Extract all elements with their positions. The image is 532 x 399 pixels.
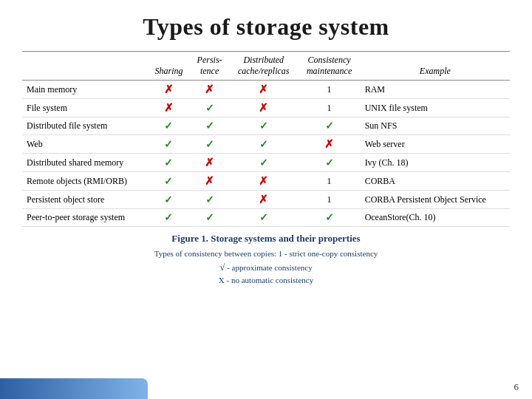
cell-example: RAM bbox=[361, 81, 510, 99]
cell-sharing: ✓ bbox=[148, 209, 190, 227]
row-label: Distributed shared memory bbox=[22, 154, 148, 172]
cell-example: Web server bbox=[361, 135, 510, 154]
row-label: Web bbox=[22, 135, 148, 154]
cell-example: Sun NFS bbox=[361, 117, 510, 135]
cell-persistence: ✓ bbox=[190, 135, 229, 154]
consistency-value: 1 bbox=[327, 194, 332, 205]
cell-example: UNIX file system bbox=[361, 99, 510, 117]
cell-distributed: ✓ bbox=[229, 135, 299, 154]
cell-example: OceanStore(Ch. 10) bbox=[361, 209, 510, 227]
consistency-value: 1 bbox=[327, 84, 332, 95]
cell-distributed: ✗ bbox=[229, 191, 299, 209]
cell-persistence: ✗ bbox=[190, 81, 229, 99]
cell-consistency: ✗ bbox=[299, 135, 361, 154]
table-row: Distributed shared memory✓✗✓✓Ivy (Ch. 18… bbox=[22, 154, 510, 172]
cell-sharing: ✓ bbox=[148, 117, 190, 135]
footnote: Types of consistency between copies: 1 -… bbox=[0, 248, 532, 287]
check-icon: ✓ bbox=[259, 139, 268, 150]
check-icon: ✓ bbox=[205, 103, 214, 114]
cell-distributed: ✗ bbox=[229, 99, 299, 117]
page-number: 6 bbox=[514, 381, 519, 393]
cross-icon: ✗ bbox=[164, 83, 174, 95]
cell-persistence: ✓ bbox=[190, 99, 229, 117]
cell-distributed: ✗ bbox=[229, 81, 299, 99]
cell-persistence: ✗ bbox=[190, 154, 229, 172]
col-header-distributed: Distributedcache/replicas bbox=[229, 52, 299, 81]
cell-sharing: ✓ bbox=[148, 154, 190, 172]
cross-icon: ✗ bbox=[164, 102, 174, 114]
cell-distributed: ✓ bbox=[229, 209, 299, 227]
table-row: Distributed file system✓✓✓✓Sun NFS bbox=[22, 117, 510, 135]
cell-example: Ivy (Ch. 18) bbox=[361, 154, 510, 172]
cell-distributed: ✗ bbox=[229, 172, 299, 191]
check-icon: ✓ bbox=[164, 139, 173, 150]
cell-sharing: ✗ bbox=[148, 81, 190, 99]
table-row: Peer-to-peer storage system✓✓✓✓OceanStor… bbox=[22, 209, 510, 227]
check-icon: ✓ bbox=[325, 120, 334, 132]
cell-example: CORBA bbox=[361, 172, 510, 191]
table-row: Persistent object store✓✓✗1CORBA Persist… bbox=[22, 191, 510, 209]
check-icon: ✓ bbox=[205, 194, 214, 205]
bottom-bar bbox=[0, 378, 148, 399]
table-row: Remote objects (RMI/ORB)✓✗✗1CORBA bbox=[22, 172, 510, 191]
cell-sharing: ✓ bbox=[148, 191, 190, 209]
row-label: Main memory bbox=[22, 81, 148, 99]
row-label: Distributed file system bbox=[22, 117, 148, 135]
check-icon: ✓ bbox=[325, 212, 334, 223]
col-header-label bbox=[22, 52, 148, 81]
cell-distributed: ✓ bbox=[229, 154, 299, 172]
cell-consistency: 1 bbox=[299, 99, 361, 117]
cross-icon: ✗ bbox=[205, 175, 214, 187]
table-container: Sharing Persis-tence Distributedcache/re… bbox=[0, 51, 532, 227]
cell-sharing: ✗ bbox=[148, 99, 190, 117]
page-title: Types of storage system bbox=[0, 0, 532, 48]
consistency-value: 1 bbox=[327, 176, 332, 186]
cross-icon: ✗ bbox=[259, 175, 268, 187]
cross-icon: ✗ bbox=[205, 83, 214, 95]
cell-persistence: ✗ bbox=[190, 172, 229, 191]
check-icon: ✓ bbox=[164, 157, 173, 168]
check-icon: ✓ bbox=[259, 157, 268, 168]
cell-consistency: 1 bbox=[299, 191, 361, 209]
col-header-consistency: Consistencymaintenance bbox=[299, 52, 361, 81]
cell-consistency: ✓ bbox=[299, 154, 361, 172]
cross-icon: ✗ bbox=[205, 157, 214, 168]
cell-persistence: ✓ bbox=[190, 209, 229, 227]
check-icon: ✓ bbox=[164, 194, 173, 205]
cross-icon: ✗ bbox=[259, 102, 268, 114]
cell-sharing: ✓ bbox=[148, 135, 190, 154]
col-header-persistence: Persis-tence bbox=[190, 52, 229, 81]
check-icon: ✓ bbox=[205, 212, 214, 223]
cell-consistency: 1 bbox=[299, 81, 361, 99]
figure-caption: Figure 1. Storage systems and their prop… bbox=[0, 233, 532, 245]
check-icon: ✓ bbox=[164, 176, 173, 187]
check-icon: ✓ bbox=[325, 157, 334, 168]
table-row: Web✓✓✓✗Web server bbox=[22, 135, 510, 154]
cross-icon: ✗ bbox=[324, 138, 334, 150]
cell-consistency: ✓ bbox=[299, 209, 361, 227]
cell-persistence: ✓ bbox=[190, 117, 229, 135]
row-label: Remote objects (RMI/ORB) bbox=[22, 172, 148, 191]
row-label: Peer-to-peer storage system bbox=[22, 209, 148, 227]
col-header-example: Example bbox=[361, 52, 510, 81]
footnote-line2: √ √ - approximate consistency - approxim… bbox=[219, 263, 312, 272]
check-icon: ✓ bbox=[205, 120, 214, 132]
footnote-line3: X - no automatic consistency bbox=[219, 276, 313, 284]
check-icon: ✓ bbox=[259, 120, 268, 132]
cell-persistence: ✓ bbox=[190, 191, 229, 209]
col-header-sharing: Sharing bbox=[148, 52, 190, 81]
check-icon: ✓ bbox=[164, 212, 173, 223]
consistency-value: 1 bbox=[327, 103, 332, 113]
table-row: Main memory✗✗✗1RAM bbox=[22, 81, 510, 99]
check-icon: ✓ bbox=[205, 139, 214, 150]
cross-icon: ✗ bbox=[259, 194, 268, 205]
cell-consistency: ✓ bbox=[299, 117, 361, 135]
table-row: File system✗✓✗1UNIX file system bbox=[22, 99, 510, 117]
cell-example: CORBA Persistent Object Service bbox=[361, 191, 510, 209]
check-icon: ✓ bbox=[164, 120, 173, 132]
footnote-line1: Types of consistency between copies: 1 -… bbox=[154, 249, 378, 258]
cell-consistency: 1 bbox=[299, 172, 361, 191]
cell-sharing: ✓ bbox=[148, 172, 190, 191]
row-label: Persistent object store bbox=[22, 191, 148, 209]
cross-icon: ✗ bbox=[259, 83, 268, 95]
